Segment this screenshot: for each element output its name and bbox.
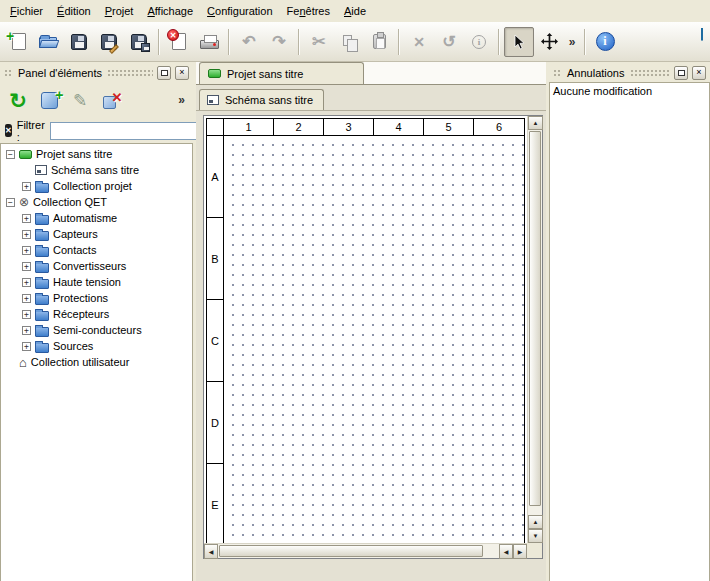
tree-item-automatisme[interactable]: + Automatisme	[1, 210, 192, 226]
tree-item-capteurs[interactable]: + Capteurs	[1, 226, 192, 242]
menu-edition[interactable]: Édition	[50, 2, 98, 20]
clipped-toolbar-button[interactable]	[701, 28, 710, 54]
schema-tab[interactable]: Schéma sans titre	[199, 89, 324, 110]
clear-filter-icon[interactable]: ✕	[5, 124, 12, 137]
folder-icon	[35, 231, 49, 241]
filter-input[interactable]	[50, 122, 198, 140]
panel-overflow-button[interactable]: »	[174, 93, 189, 107]
menu-projet[interactable]: Projet	[98, 2, 141, 20]
tree-item-label: Contacts	[53, 244, 96, 256]
expand-icon[interactable]: +	[22, 342, 31, 351]
down-arrow-icon: ▼	[533, 533, 539, 539]
about-qet-button[interactable]: i	[590, 27, 620, 57]
float-icon	[161, 70, 168, 76]
menu-fenetres[interactable]: Fenêtres	[280, 2, 337, 20]
undo-panel-titlebar[interactable]: Annulations ×	[551, 64, 708, 81]
menu-affichage[interactable]: Affichage	[140, 2, 200, 20]
main-toolbar: + ✕ ↶ ↷ ✂	[0, 22, 710, 62]
scroll-up-button[interactable]: ▲	[528, 116, 543, 130]
select-mode-button[interactable]	[504, 27, 534, 57]
tree-item-semi-conducteurs[interactable]: + Semi-conducteurs	[1, 322, 192, 338]
close-project-button[interactable]: ✕	[164, 27, 194, 57]
elements-panel-titlebar[interactable]: Panel d'éléments ×	[2, 64, 191, 81]
row-header: A B C D E	[207, 136, 224, 543]
tree-item-project[interactable]: − Projet sans titre	[1, 146, 192, 162]
row-label: E	[207, 464, 223, 543]
save-button[interactable]	[64, 27, 94, 57]
tree-item-collection-projet[interactable]: + Collection projet	[1, 178, 192, 194]
menu-aide[interactable]: Aide	[337, 2, 373, 20]
tree-item-sources[interactable]: + Sources	[1, 338, 192, 354]
scroll-left-button[interactable]: ◀	[204, 544, 218, 559]
vertical-scroll-thumb[interactable]	[529, 131, 541, 506]
toolbar-overflow-button[interactable]: »	[564, 27, 580, 57]
expand-icon[interactable]: +	[22, 326, 31, 335]
tree-item-convertisseurs[interactable]: + Convertisseurs	[1, 258, 192, 274]
tree-item-recepteurs[interactable]: + Récepteurs	[1, 306, 192, 322]
scroll-right-button[interactable]: ▶	[513, 544, 527, 559]
dock-close-button[interactable]: ×	[692, 66, 706, 80]
right-arrow-icon: ▶	[518, 548, 523, 555]
horizontal-scrollbar[interactable]: ◀ ◀ ▶	[204, 543, 527, 558]
menu-configuration[interactable]: Configuration	[200, 2, 279, 20]
expand-icon[interactable]: +	[22, 278, 31, 287]
diagram-canvas[interactable]: 1 2 3 4 5 6 A B C D E	[204, 116, 527, 543]
undo-button[interactable]: ↶	[234, 27, 264, 57]
print-button[interactable]	[194, 27, 224, 57]
tree-item-collection-utilisateur[interactable]: ⌂ Collection utilisateur	[1, 354, 192, 370]
new-document-icon: +	[12, 33, 26, 50]
expand-icon[interactable]: +	[22, 294, 31, 303]
vertical-scrollbar[interactable]: ▲ ▲ ▼	[527, 116, 542, 543]
save-all-button[interactable]	[124, 27, 154, 57]
new-element-button[interactable]: +	[35, 86, 63, 114]
save-as-button[interactable]	[94, 27, 124, 57]
open-project-button[interactable]	[34, 27, 64, 57]
reload-collections-button[interactable]: ↻	[4, 86, 32, 114]
cut-button[interactable]: ✂	[304, 27, 334, 57]
tree-item-schema[interactable]: Schéma sans titre	[1, 162, 192, 178]
delete-element-button[interactable]: ✕	[97, 86, 125, 114]
menu-fichier[interactable]: Fichier	[3, 2, 50, 20]
application-window: Fichier Édition Projet Affichage Configu…	[0, 0, 710, 581]
tree-item-protections[interactable]: + Protections	[1, 290, 192, 306]
save-icon	[71, 34, 87, 50]
expand-icon[interactable]: +	[22, 262, 31, 271]
tree-item-haute-tension[interactable]: + Haute tension	[1, 274, 192, 290]
expand-icon[interactable]: +	[22, 214, 31, 223]
project-icon	[208, 69, 221, 78]
scroll-down-button[interactable]: ▼	[528, 529, 543, 543]
collapse-icon[interactable]: −	[6, 198, 15, 207]
paste-button[interactable]	[364, 27, 394, 57]
move-mode-button[interactable]	[534, 27, 564, 57]
project-tab[interactable]: Projet sans titre	[199, 62, 364, 84]
dock-float-button[interactable]	[157, 66, 171, 80]
scroll-left-button[interactable]: ◀	[499, 544, 513, 559]
undo-history-list[interactable]: Aucune modification	[549, 82, 710, 581]
rotate-button[interactable]: ↺	[434, 27, 464, 57]
expand-icon[interactable]: +	[22, 182, 31, 191]
horizontal-scroll-thumb[interactable]	[219, 545, 483, 557]
tree-item-collection-qet[interactable]: − ⊗ Collection QET	[1, 194, 192, 210]
new-document-button[interactable]: +	[4, 27, 34, 57]
dock-grip	[107, 69, 153, 77]
tree-item-label: Collection projet	[53, 180, 132, 192]
dock-close-button[interactable]: ×	[175, 66, 189, 80]
scroll-up-button[interactable]: ▲	[528, 515, 543, 529]
delete-button[interactable]: ✕	[404, 27, 434, 57]
expand-icon[interactable]: +	[22, 230, 31, 239]
home-icon: ⌂	[19, 356, 27, 369]
copy-button[interactable]	[334, 27, 364, 57]
refresh-icon: ↻	[9, 90, 27, 111]
redo-button[interactable]: ↷	[264, 27, 294, 57]
tree-item-contacts[interactable]: + Contacts	[1, 242, 192, 258]
cut-icon: ✂	[312, 34, 325, 50]
expand-icon[interactable]: +	[22, 246, 31, 255]
diagram-frame: 1 2 3 4 5 6 A B C D E	[206, 118, 525, 543]
collapse-icon[interactable]: −	[6, 150, 15, 159]
edit-element-button[interactable]: ✎	[66, 86, 94, 114]
object-info-button[interactable]: i	[464, 27, 494, 57]
dot-grid[interactable]	[224, 136, 524, 543]
project-window: Schéma sans titre 1 2 3 4 5 6	[196, 85, 546, 581]
expand-icon[interactable]: +	[22, 310, 31, 319]
dock-float-button[interactable]	[674, 66, 688, 80]
